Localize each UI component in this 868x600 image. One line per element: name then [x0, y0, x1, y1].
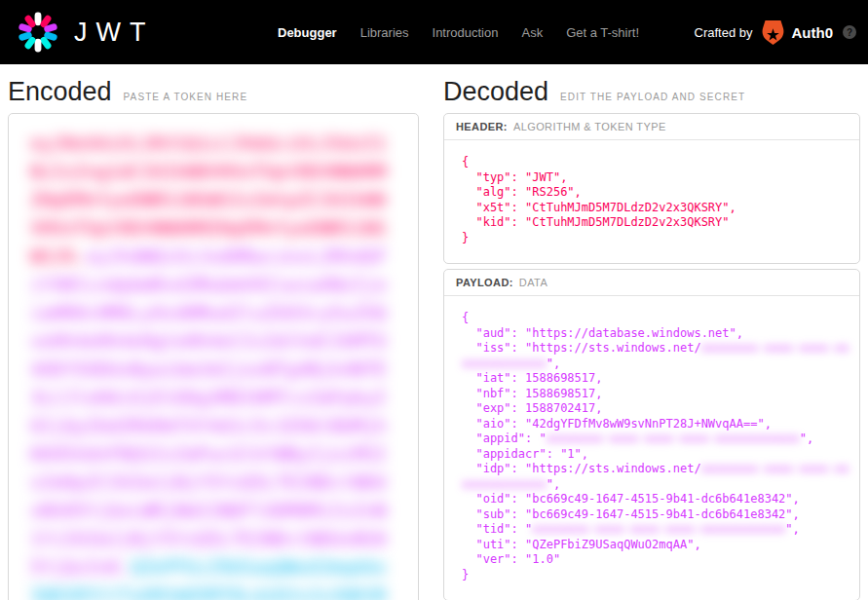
- nav-item-libraries[interactable]: Libraries: [360, 25, 409, 40]
- json-line: "uti": "QZePFbiZ9USaqQWuO2mqAA",: [462, 538, 848, 553]
- payload-box-sublabel: DATA: [519, 277, 547, 288]
- debugger-main: Encoded PASTE A TOKEN HERE eyJ0eXAiOiJKV…: [0, 64, 868, 600]
- crafted-by-label: Crafted by: [695, 25, 753, 40]
- payload-json-editor[interactable]: { "aud": "https://database.windows.net",…: [444, 296, 859, 600]
- header-box-sublabel: ALGORITHM & TOKEN TYPE: [513, 121, 666, 132]
- json-line: "ver": "1.0": [462, 552, 848, 568]
- json-line: "typ": "JWT",: [462, 170, 848, 186]
- json-line: }: [462, 568, 848, 583]
- decoded-payload-box: PAYLOAD: DATA { "aud": "https://database…: [443, 269, 860, 600]
- payload-json-lines: { "aud": "https://database.windows.net",…: [462, 311, 848, 582]
- encoded-title: Encoded: [8, 77, 112, 107]
- json-line: xxxxxxxxxxxx",: [462, 356, 848, 372]
- json-line: "sub": "bc669c49-1647-4515-9b41-dc6b641e…: [462, 507, 848, 523]
- decoded-header-box: HEADER: ALGORITHM & TOKEN TYPE { "typ": …: [443, 113, 860, 264]
- token-segment-payload: eyJhdWQiOiJodHRwczovL2RhdGFiYXNlLndpbmRv…: [30, 245, 387, 578]
- json-line: {: [462, 311, 848, 326]
- json-line: "kid": "CtTuhMJmD5M7DLdzD2v2x3QKSRY": [462, 215, 848, 231]
- header-box-label: HEADER:: [456, 121, 508, 132]
- encoded-subtitle: PASTE A TOKEN HERE: [124, 92, 248, 102]
- decoded-title-row: Decoded EDIT THE PAYLOAD AND SECRET: [443, 77, 860, 113]
- nav-item-debugger[interactable]: Debugger: [278, 25, 337, 40]
- main-nav: DebuggerLibrariesIntroductionAskGet a T-…: [278, 0, 639, 64]
- encoded-token-text: eyJ0eXAiOiJKV1QiLCJhbGciOiJSUzI1NiIsIng1…: [30, 130, 396, 600]
- auth0-link[interactable]: Auth0: [761, 20, 834, 45]
- json-line: "aio": "42dgYFDfMv8wW9svNnPT28J+NWvqAA==…: [462, 417, 848, 432]
- json-line: "aud": "https://database.windows.net",: [462, 326, 848, 342]
- decoded-section: Decoded EDIT THE PAYLOAD AND SECRET HEAD…: [443, 64, 860, 600]
- decoded-title: Decoded: [443, 77, 548, 107]
- auth0-label: Auth0: [792, 24, 834, 41]
- json-line: "x5t": "CtTuhMJmD5M7DLdzD2v2x3QKSRY",: [462, 201, 848, 216]
- nav-item-ask[interactable]: Ask: [521, 25, 543, 40]
- json-line: "tid": "xxxxxxxx-xxxx-xxxx-xxxx-xxxxxxxx…: [462, 522, 848, 538]
- json-line: "iat": 1588698517,: [462, 371, 848, 387]
- json-line: xxxxxxxxxxxx",: [462, 477, 848, 493]
- encoded-section: Encoded PASTE A TOKEN HERE eyJ0eXAiOiJKV…: [8, 64, 419, 600]
- decoded-header-box-titlebar: HEADER: ALGORITHM & TOKEN TYPE: [444, 114, 859, 140]
- json-line: }: [462, 231, 848, 246]
- jwt-logo[interactable]: JWT: [14, 8, 154, 56]
- encoded-title-row: Encoded PASTE A TOKEN HERE: [8, 77, 419, 113]
- header-json-editor[interactable]: { "typ": "JWT", "alg": "RS256", "x5t": "…: [444, 140, 859, 263]
- auth0-logo-icon: [761, 20, 785, 45]
- help-icon[interactable]: ?: [843, 25, 856, 39]
- crafted-by-group: Crafted by Auth0 ?: [695, 0, 856, 64]
- decoded-subtitle: EDIT THE PAYLOAD AND SECRET: [560, 92, 745, 102]
- json-line: "exp": 1588702417,: [462, 401, 848, 417]
- json-line: "alg": "RS256",: [462, 185, 848, 201]
- payload-box-label: PAYLOAD:: [456, 277, 513, 288]
- header-json-lines: { "typ": "JWT", "alg": "RS256", "x5t": "…: [462, 155, 848, 245]
- json-line: "oid": "bc669c49-1647-4515-9b41-dc6b641e…: [462, 492, 848, 507]
- decoded-payload-box-titlebar: PAYLOAD: DATA: [444, 270, 859, 296]
- json-line: "appidacr": "1",: [462, 447, 848, 463]
- json-line: "idp": "https://sts.windows.net/xxxxxxxx…: [462, 462, 848, 477]
- encoded-token-editor[interactable]: eyJ0eXAiOiJKV1QiLCJhbGciOiJSUzI1NiIsIng1…: [8, 113, 419, 600]
- jwt-logo-icon: [14, 8, 62, 56]
- json-line: "appid": "xxxxxxxx-xxxx-xxxx-xxxx-xxxxxx…: [462, 431, 848, 447]
- json-line: "nbf": 1588698517,: [462, 387, 848, 402]
- nav-item-get-a-t-shirt[interactable]: Get a T-shirt!: [566, 25, 639, 40]
- top-nav-bar: JWT DebuggerLibrariesIntroductionAskGet …: [0, 0, 868, 64]
- json-line: "iss": "https://sts.windows.net/xxxxxxxx…: [462, 341, 848, 356]
- json-line: {: [462, 155, 848, 170]
- nav-item-introduction[interactable]: Introduction: [433, 25, 499, 40]
- jwt-logo-wordmark: JWT: [74, 18, 154, 48]
